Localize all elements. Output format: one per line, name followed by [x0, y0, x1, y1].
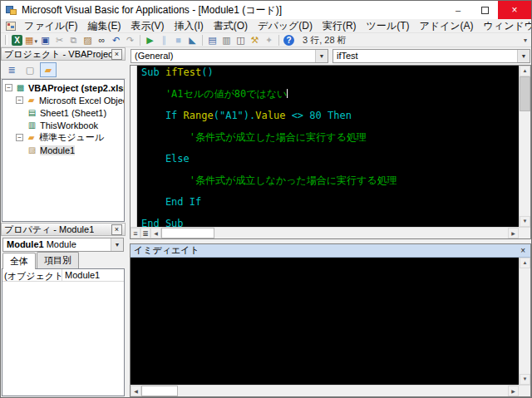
toggle-folders-icon[interactable]: ▰ [40, 62, 57, 77]
immediate-horizontal-scrollbar[interactable]: ◀ ▶ [131, 385, 530, 396]
immediate-window-title: イミディエイト [134, 244, 200, 257]
tree-item-sheet1-item[interactable]: ▤Sheet1 (Sheet1) [2, 106, 124, 119]
immediate-vscroll-track[interactable] [520, 268, 530, 374]
properties-panel-header: プロパティ - Module1 × [1, 223, 126, 236]
object-dropdown[interactable]: (General) ▼ [131, 49, 328, 63]
tree-item-standard-modules-folder[interactable]: −▰標準モジュール [2, 131, 124, 144]
tree-item-thisworkbook-item[interactable]: ▥ThisWorkbook [2, 119, 124, 131]
save-icon[interactable]: ▣ [38, 34, 52, 47]
immediate-close-button[interactable]: × [519, 246, 527, 255]
menu-item-view[interactable]: 表示(V) [126, 18, 169, 34]
tree-item-project-root[interactable]: −▩VBAProject (step2.xlsm) [2, 81, 124, 94]
project-explorer-icon[interactable]: ▤ [205, 34, 219, 47]
toolbar-overflow-button[interactable]: ▾ [524, 37, 530, 44]
expander-icon[interactable]: − [16, 96, 23, 104]
vbe-window: Microsoft Visual Basic for Applications … [0, 0, 532, 398]
scroll-right-icon[interactable]: ▶ [508, 386, 519, 396]
excel-objects-folder-label[interactable]: Microsoft Excel Objects [39, 96, 125, 106]
design-mode-icon[interactable]: ◣ [185, 34, 200, 47]
expander-icon[interactable]: − [5, 84, 12, 91]
maximize-button[interactable] [471, 1, 498, 19]
paste-icon[interactable]: ▨ [81, 34, 95, 47]
menu-item-debug[interactable]: デバッグ(D) [253, 18, 318, 34]
code-editor[interactable]: Sub ifTest() 'A1セルの値が80ではない If Range("A1… [137, 66, 519, 227]
scroll-down-icon[interactable]: ▼ [520, 374, 530, 385]
code-margin-bar [131, 66, 137, 227]
standard-modules-folder-icon: ▰ [26, 132, 37, 143]
view-code-icon[interactable]: ≣ [3, 62, 20, 77]
scroll-right-icon[interactable]: ▶ [508, 228, 519, 238]
full-module-view-button[interactable]: ≣ [140, 228, 150, 238]
toolbox-icon[interactable]: ⚒ [248, 34, 262, 47]
toolbar-grip[interactable] [5, 35, 7, 45]
immediate-vertical-scrollbar[interactable]: ▲ ▼ [519, 258, 530, 385]
menu-item-addins[interactable]: アドイン(A) [414, 18, 478, 34]
scroll-down-icon[interactable]: ▼ [520, 216, 530, 227]
tab-alphabetic[interactable]: 全体 [2, 253, 36, 269]
procedure-dropdown[interactable]: ifTest ▼ [332, 49, 530, 63]
immediate-hscroll-track[interactable] [178, 386, 508, 396]
insert-userform-icon[interactable]: ▦▾ [24, 34, 38, 47]
dropdown-arrow-icon[interactable]: ▾ [34, 38, 37, 44]
view-excel-icon[interactable]: X [12, 35, 22, 46]
expander-icon[interactable]: − [16, 134, 23, 141]
module1-item-label[interactable]: Module1 [40, 145, 75, 155]
tree-item-module1-item[interactable]: ▨Module1 [2, 144, 124, 156]
menu-item-file[interactable]: ファイル(F) [19, 18, 82, 34]
find-icon[interactable]: ∞ [95, 34, 109, 47]
help-icon[interactable]: ? [283, 35, 294, 46]
close-button[interactable]: × [498, 1, 531, 19]
code-hscroll-track[interactable] [214, 228, 508, 238]
scroll-up-icon[interactable]: ▲ [520, 66, 530, 76]
object-selector-name: Module1 [7, 239, 44, 249]
immediate-text-area[interactable] [131, 258, 519, 385]
object-selector-combo[interactable]: Module1 Module ▼ [2, 238, 124, 252]
immediate-hscroll-thumb[interactable] [141, 386, 178, 396]
scrollbar-corner [519, 386, 530, 396]
menu-item-tools[interactable]: ツール(T) [362, 18, 415, 34]
vbe-app-icon [6, 4, 17, 16]
procedure-view-button[interactable]: ≡ [131, 228, 140, 238]
maximize-icon [481, 7, 489, 14]
tree-item-excel-objects-folder[interactable]: −▰Microsoft Excel Objects [2, 94, 124, 106]
minimize-button[interactable]: – [445, 1, 471, 19]
procedure-dropdown-icon[interactable]: ▼ [517, 50, 530, 62]
sheet1-item-label[interactable]: Sheet1 (Sheet1) [40, 108, 106, 118]
object-dropdown-icon[interactable]: ▼ [315, 50, 328, 62]
project-root-label[interactable]: VBAProject (step2.xlsm) [28, 83, 125, 93]
toolbar-separator [140, 35, 140, 46]
property-name-cell[interactable]: (オブジェクト名) [2, 269, 62, 281]
menu-item-edit[interactable]: 編集(E) [82, 18, 126, 34]
tab-categorized[interactable]: 項目別 [37, 252, 79, 268]
property-row[interactable]: (オブジェクト名) Module1 [2, 269, 124, 282]
properties-tabs: 全体 項目別 [1, 253, 126, 268]
object-selector-dropdown-icon[interactable]: ▼ [111, 238, 123, 251]
project-panel-close-button[interactable]: × [111, 49, 122, 60]
mdi-child-window-icon[interactable] [6, 22, 16, 31]
run-icon[interactable]: ▶ [143, 34, 157, 47]
scroll-up-icon[interactable]: ▲ [520, 258, 530, 268]
scroll-left-icon[interactable]: ◀ [131, 386, 141, 396]
undo-icon[interactable]: ↶ [109, 34, 123, 47]
menu-item-format[interactable]: 書式(O) [209, 18, 253, 34]
menu-item-window[interactable]: ウィンドウ(W) [479, 18, 532, 34]
code-hscroll-thumb[interactable] [161, 228, 214, 238]
code-vscroll-thumb[interactable] [520, 76, 530, 111]
thisworkbook-item-label[interactable]: ThisWorkbook [40, 120, 98, 130]
thisworkbook-item-icon: ▥ [27, 120, 37, 130]
project-explorer-panel: プロジェクト - VBAProject × ≣▢▰ −▩VBAProject (… [1, 47, 126, 223]
property-value-cell[interactable]: Module1 [62, 269, 124, 281]
code-horizontal-scrollbar[interactable]: ≡ ≣ ◀ ▶ [131, 227, 530, 238]
code-vertical-scrollbar[interactable]: ▲ ▼ [519, 66, 530, 227]
menu-item-run[interactable]: 実行(R) [318, 18, 362, 34]
copy-icon: ⧉ [66, 34, 81, 47]
view-object-icon[interactable]: ▢ [22, 62, 38, 77]
object-browser-icon[interactable]: ◫ [234, 34, 248, 47]
code-window-header: (General) ▼ ifTest ▼ [130, 47, 531, 65]
sheet1-item-icon: ▤ [27, 107, 37, 118]
properties-panel-close-button[interactable]: × [111, 224, 122, 235]
standard-modules-folder-label[interactable]: 標準モジュール [39, 131, 104, 144]
scroll-left-icon[interactable]: ◀ [150, 228, 161, 238]
properties-window-icon[interactable]: ▥ [219, 34, 234, 47]
menu-item-insert[interactable]: 挿入(I) [169, 18, 208, 34]
